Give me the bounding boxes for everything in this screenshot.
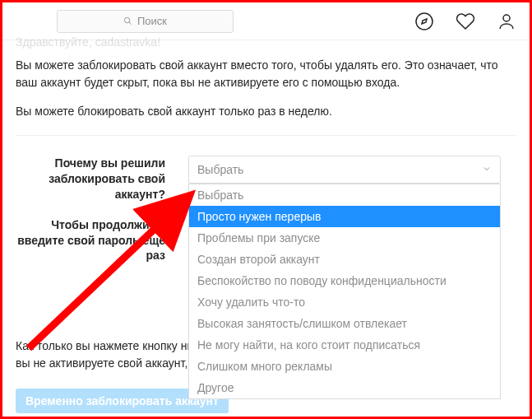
heart-icon[interactable] xyxy=(456,12,475,31)
dropdown-option[interactable]: Создан второй аккаунт xyxy=(189,249,500,270)
reason-select-value: Выбрать xyxy=(197,163,243,176)
svg-point-4 xyxy=(503,15,510,21)
svg-point-2 xyxy=(416,13,433,30)
reason-select[interactable]: Выбрать xyxy=(188,156,501,184)
profile-icon[interactable] xyxy=(497,12,516,31)
dropdown-option[interactable]: Хочу удалить что-то xyxy=(189,291,500,313)
info-paragraph-2: Вы можете блокировать свой аккаунт тольк… xyxy=(16,103,516,120)
reason-dropdown[interactable]: ВыбратьПросто нужен перерывПроблемы при … xyxy=(188,184,501,399)
explore-icon[interactable] xyxy=(414,12,434,31)
dropdown-option[interactable]: Выбрать xyxy=(189,184,500,206)
divider xyxy=(16,135,516,136)
dropdown-option[interactable]: Высокая занятость/слишком отвлекает xyxy=(189,313,500,334)
svg-line-1 xyxy=(129,22,132,25)
search-input[interactable]: Поиск xyxy=(57,10,234,33)
info-paragraph-1: Вы можете заблокировать свой аккаунт вме… xyxy=(16,57,516,91)
dropdown-option[interactable]: Беспокойство по поводу конфиденциальност… xyxy=(189,270,500,291)
password-label: Чтобы продолжить, введите свой пароль ещ… xyxy=(16,217,188,264)
search-icon xyxy=(123,16,132,26)
svg-point-0 xyxy=(124,17,129,22)
dropdown-option[interactable]: Просто нужен перерыв xyxy=(189,206,500,227)
reason-label: Почему вы решили заблокировать свой акка… xyxy=(16,156,188,203)
main-content: Здравствуйте, cadastravka! Вы можете заб… xyxy=(2,40,530,419)
dropdown-option[interactable]: Не могу найти, на кого стоит подписаться xyxy=(189,334,500,356)
search-placeholder: Поиск xyxy=(137,15,167,27)
chevron-down-icon xyxy=(482,163,492,176)
dropdown-option[interactable]: Другое xyxy=(189,377,500,398)
greeting-cutoff: Здравствуйте, cadastravka! xyxy=(16,35,516,49)
dropdown-option[interactable]: Проблемы при запуске xyxy=(189,227,500,249)
svg-marker-3 xyxy=(422,19,427,24)
dropdown-option[interactable]: Слишком много рекламы xyxy=(189,356,500,377)
